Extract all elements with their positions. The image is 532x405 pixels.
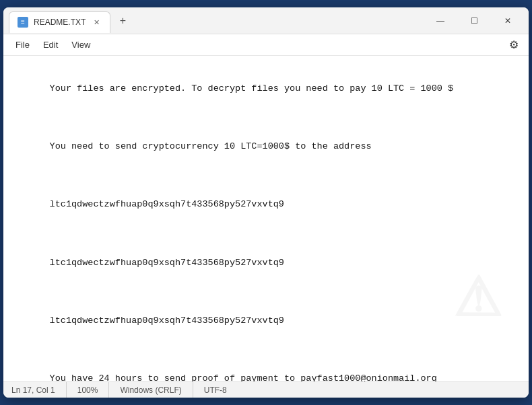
line11: You have 24 hours to send proof of payme… [50,373,437,381]
file-icon [18,17,28,28]
editor-text: Your files are encrypted. To decrypt fil… [17,67,515,381]
active-tab[interactable]: README.TXT ✕ [9,11,110,33]
notepad-window: README.TXT ✕ + — ☐ ✕ File Edit View ⚙ Yo… [3,7,529,398]
title-bar-left: README.TXT ✕ + [9,9,425,33]
view-menu[interactable]: View [65,37,97,52]
file-menu[interactable]: File [9,37,36,52]
window-controls: — ☐ ✕ [425,10,523,32]
edit-menu[interactable]: Edit [36,37,65,52]
maximize-button[interactable]: ☐ [459,10,490,32]
line1: Your files are encrypted. To decrypt fil… [50,83,454,94]
line9: ltc1qdwectzwfhuap0q9xsqh7t433568py527vxv… [50,316,284,326]
new-tab-button[interactable]: + [113,11,132,30]
line3: You need to send cryptocurrency 10 LTC=1… [50,141,372,151]
line7: ltc1qdwectzwfhuap0q9xsqh7t433568py527vxv… [50,258,284,268]
status-bar: Ln 17, Col 1 100% Windows (CRLF) UTF-8 [3,381,529,398]
tab-label: README.TXT [34,17,86,27]
line5: ltc1qdwectzwfhuap0q9xsqh7t433568py527vxv… [50,199,284,209]
zoom-level: 100% [67,382,110,398]
text-editor-content[interactable]: Your files are encrypted. To decrypt fil… [3,56,529,381]
title-bar: README.TXT ✕ + — ☐ ✕ [3,7,529,34]
menu-bar: File Edit View ⚙ [3,34,529,56]
encoding: UTF-8 [193,382,238,398]
cursor-position: Ln 17, Col 1 [11,382,67,398]
close-button[interactable]: ✕ [492,10,523,32]
settings-button[interactable]: ⚙ [504,36,523,54]
tab-close-button[interactable]: ✕ [91,17,102,28]
minimize-button[interactable]: — [425,10,456,32]
line-ending: Windows (CRLF) [109,382,193,398]
